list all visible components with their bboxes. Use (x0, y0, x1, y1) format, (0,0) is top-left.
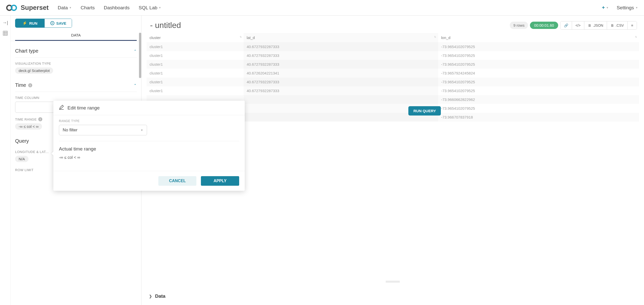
nav-sqllab[interactable]: SQL Lab ▼ (139, 5, 161, 11)
chevron-up-icon: ⌃ (134, 83, 137, 87)
chart-title[interactable]: - untitled (150, 21, 181, 30)
hamburger-icon: ≡ (631, 23, 633, 27)
nav-sqllab-label: SQL Lab (139, 5, 157, 11)
save-label: SAVE (56, 21, 66, 25)
chevron-down-icon: ▼ (69, 6, 71, 9)
info-icon: i (28, 83, 32, 87)
file-icon: 🗎 (611, 23, 614, 27)
section-query-title: Query (15, 138, 29, 144)
viz-type-pill[interactable]: deck.gl Scatterplot (15, 67, 53, 74)
col-lat-header[interactable]: lat_d ⇅ (244, 33, 438, 42)
add-button[interactable]: + ▼ (602, 5, 609, 11)
popover-arrow (51, 151, 54, 156)
nav-charts-label: Charts (81, 5, 95, 11)
more-actions-button[interactable]: ≡ (628, 21, 637, 29)
section-chart-type: Chart type ⌃ VISUALIZATION TYPE deck.gl … (15, 46, 137, 74)
info-icon: i (38, 117, 42, 121)
expand-panel-icon[interactable]: →| (2, 20, 8, 25)
divider (59, 141, 239, 141)
chart-header: - untitled 9 rows 00:00:01.60 🔗 </> 🗎 .J… (141, 16, 644, 33)
cell-lon: -73.9654102079525 (438, 78, 639, 86)
save-button[interactable]: + SAVE (45, 19, 72, 27)
table-row[interactable]: cluster140.6727932287333-73.965410207952… (147, 42, 639, 51)
range-type-select[interactable]: No filter ▼ (59, 125, 147, 135)
col-cluster-header[interactable]: cluster ⇅ (147, 33, 244, 42)
time-range-popover: Edit time range RANGE TYPE No filter ▼ A… (53, 101, 245, 191)
run-button[interactable]: ⚡ RUN (15, 19, 45, 27)
sort-icon: ⇅ (240, 35, 242, 38)
csv-label: .CSV (616, 23, 624, 27)
section-chart-type-header[interactable]: Chart type ⌃ (15, 46, 137, 58)
apply-button[interactable]: APPLY (201, 176, 239, 186)
cell-lon: -73.9657924245824 (438, 69, 639, 78)
plus-icon: + (602, 5, 605, 11)
table-row[interactable]: cluster140.6727932287333-73.965410207952… (147, 86, 639, 95)
resize-handle[interactable] (386, 281, 400, 282)
col-lat-label: lat_d (247, 35, 255, 40)
tab-data-label: DATA (71, 33, 81, 37)
nav-settings[interactable]: Settings ▼ (617, 5, 638, 11)
run-save-group: ⚡ RUN + SAVE (15, 19, 72, 28)
run-query-button[interactable]: RUN QUERY (408, 106, 441, 116)
embed-button[interactable]: </> (572, 21, 584, 29)
range-type-label: RANGE TYPE (59, 119, 239, 123)
link-button[interactable]: 🔗 (560, 21, 572, 29)
brand[interactable]: Superset (6, 4, 49, 12)
tab-data[interactable]: DATA (15, 30, 137, 41)
top-nav-right: + ▼ Settings ▼ (602, 5, 638, 11)
cell-lat: 40.6727932287333 (244, 51, 438, 60)
table-row[interactable]: cluster140.6727932287333-73.965410207952… (147, 60, 639, 69)
cell-lat (244, 95, 438, 104)
viz-type-value: deck.gl Scatterplot (19, 68, 50, 73)
table-row[interactable]: cluster140.6726204221341-73.965792424582… (147, 69, 639, 78)
cell-lat: 40.6727932287333 (244, 42, 438, 51)
nav-settings-label: Settings (617, 5, 634, 11)
popover-body: RANGE TYPE No filter ▼ Actual time range… (53, 115, 245, 165)
left-rail: →| (0, 16, 11, 305)
cell-lat: 40.6727932287333 (244, 78, 438, 86)
plus-circle-icon: + (50, 21, 54, 25)
sort-icon: ⇅ (635, 35, 637, 38)
top-nav-left: Superset Data ▼ Charts Dashboards SQL La… (6, 4, 161, 12)
col-cluster-label: cluster (150, 35, 161, 40)
cell-lat: 40.6727932287333 (244, 86, 438, 95)
popover-footer: CANCEL APPLY (53, 171, 245, 191)
col-lon-header[interactable]: lon_d ⇅ (438, 33, 639, 42)
nav-data[interactable]: Data ▼ (58, 5, 71, 11)
time-range-pill[interactable]: -∞ ≤ col < ∞ (15, 123, 42, 130)
cell-cluster: cluster1 (147, 78, 244, 86)
bolt-icon: ⚡ (22, 21, 27, 25)
cell-cluster: cluster1 (147, 60, 244, 69)
sort-icon: ⇅ (434, 35, 436, 38)
query-time-pill: 00:00:01.60 (530, 22, 558, 29)
section-time-header[interactable]: Time i ⌃ (15, 80, 137, 92)
apply-label: APPLY (213, 179, 227, 183)
export-button-group: 🔗 </> 🗎 .JSON 🗎 .CSV ≡ (560, 21, 637, 30)
table-row[interactable]: cluster140.6727932287333-73.965410207952… (147, 51, 639, 60)
cell-cluster: cluster1 (147, 86, 244, 95)
data-drawer-toggle[interactable]: ❯ Data (149, 293, 165, 299)
cell-lon: -73.9654102079525 (438, 51, 639, 60)
cell-cluster: cluster1 (147, 51, 244, 60)
cell-lon: -73.9654102079525 (438, 86, 639, 95)
json-label: .JSON (593, 23, 603, 27)
nav-dashboards[interactable]: Dashboards (104, 5, 129, 11)
datasource-grid-icon[interactable] (3, 31, 8, 37)
control-toolbar: ⚡ RUN + SAVE (11, 16, 141, 28)
cell-lon: -73.9654102079525 (438, 42, 639, 51)
link-icon: 🔗 (564, 23, 568, 27)
cancel-button[interactable]: CANCEL (158, 176, 196, 186)
nav-charts[interactable]: Charts (81, 5, 95, 11)
export-json-button[interactable]: 🗎 .JSON (584, 21, 607, 29)
export-csv-button[interactable]: 🗎 .CSV (607, 21, 628, 29)
superset-logo-icon (6, 5, 18, 11)
lonlat-pill[interactable]: N/A (15, 156, 28, 162)
actual-range-value: -∞ ≤ col < ∞ (59, 155, 239, 160)
chevron-down-icon: ▼ (159, 6, 161, 9)
range-type-value: No filter (63, 128, 78, 133)
table-row[interactable]: cluster140.6727932287333-73.965410207952… (147, 78, 639, 86)
viz-type-label: VISUALIZATION TYPE (15, 62, 137, 65)
run-query-label: RUN QUERY (413, 109, 436, 113)
section-time-title: Time (15, 82, 26, 88)
cell-cluster: cluster1 (147, 42, 244, 51)
